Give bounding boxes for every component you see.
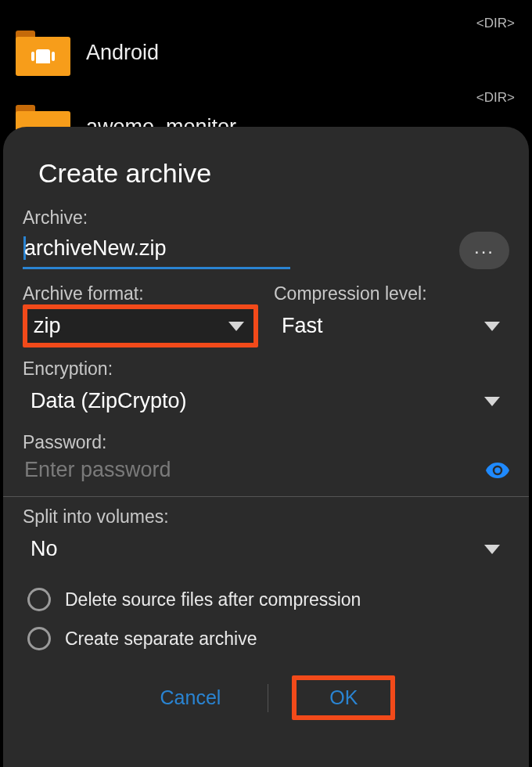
radio-unchecked-icon [27, 588, 51, 611]
divider [3, 496, 529, 497]
archive-format-value: zip [34, 314, 61, 338]
file-name: Android [86, 41, 159, 65]
chevron-down-icon [484, 545, 500, 554]
browse-button[interactable]: ... [459, 232, 509, 269]
highlight-ok: OK [292, 675, 395, 720]
archive-name-input[interactable] [23, 232, 290, 269]
eye-icon [486, 462, 509, 479]
highlight-format: zip [23, 304, 258, 347]
file-row[interactable]: <DIR> Android [0, 16, 532, 90]
folder-icon [16, 31, 70, 76]
encryption-label: Encryption: [23, 358, 509, 380]
separate-archive-checkbox[interactable]: Create separate archive [23, 619, 509, 658]
archive-name-label: Archive: [23, 207, 509, 229]
create-archive-dialog: Create archive Archive: ... Archive form… [3, 127, 529, 767]
dir-tag: <DIR> [476, 16, 515, 31]
radio-unchecked-icon [27, 627, 51, 650]
compression-level-label: Compression level: [274, 283, 509, 304]
ok-button[interactable]: OK [329, 686, 358, 709]
cancel-button[interactable]: Cancel [137, 675, 245, 720]
chevron-down-icon [484, 397, 500, 406]
password-label: Password: [23, 432, 509, 453]
button-divider [268, 684, 268, 712]
split-volumes-label: Split into volumes: [23, 506, 509, 528]
compression-level-value: Fast [282, 314, 323, 338]
archive-format-select[interactable]: zip [27, 309, 253, 343]
chevron-down-icon [228, 322, 244, 331]
separate-archive-label: Create separate archive [65, 628, 257, 650]
archive-format-label: Archive format: [23, 283, 258, 304]
password-input[interactable] [24, 455, 478, 485]
dialog-title: Create archive [23, 158, 509, 189]
delete-source-checkbox[interactable]: Delete source files after compression [23, 580, 509, 619]
chevron-down-icon [484, 322, 500, 331]
show-password-button[interactable] [486, 459, 509, 482]
delete-source-label: Delete source files after compression [65, 589, 361, 610]
split-volumes-select[interactable]: No [23, 529, 509, 569]
dir-tag: <DIR> [476, 90, 515, 106]
encryption-select[interactable]: Data (ZipCrypto) [23, 381, 509, 421]
compression-level-select[interactable]: Fast [274, 306, 509, 346]
encryption-value: Data (ZipCrypto) [31, 389, 187, 413]
split-volumes-value: No [31, 537, 58, 561]
